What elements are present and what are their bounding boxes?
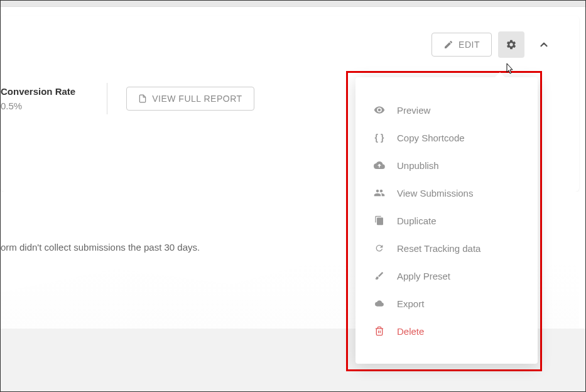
dropdown-item-unpublish[interactable]: Unpublish [355, 151, 538, 179]
card-toolbar: EDIT [1, 16, 579, 70]
conversion-rate-value: 0.5% [1, 101, 75, 111]
chevron-up-icon [538, 39, 550, 50]
dropdown-item-export[interactable]: Export [355, 290, 538, 317]
window-top-strip [1, 1, 585, 7]
dropdown-item-apply-preset[interactable]: Apply Preset [355, 262, 538, 290]
people-icon [373, 187, 386, 199]
gear-icon [506, 39, 517, 50]
dropdown-label: View Submissions [397, 188, 473, 199]
dropdown-label: Preview [397, 105, 430, 116]
export-cloud-icon [373, 297, 386, 310]
dropdown-item-delete[interactable]: Delete [355, 317, 538, 345]
settings-dropdown: Preview { } Copy Shortcode Unpublish Vie… [355, 77, 538, 364]
pencil-icon [443, 40, 453, 50]
trash-icon [373, 325, 386, 337]
brush-icon [373, 270, 386, 282]
braces-icon: { } [373, 131, 386, 144]
conversion-rate-stat: Conversion Rate 0.5% [1, 86, 88, 111]
dropdown-label: Unpublish [397, 160, 439, 171]
edit-button[interactable]: EDIT [431, 33, 492, 57]
view-report-label: VIEW FULL REPORT [152, 94, 242, 104]
collapse-button[interactable] [531, 31, 557, 58]
dropdown-label: Delete [397, 326, 424, 337]
dropdown-item-reset-tracking[interactable]: Reset Tracking data [355, 234, 538, 262]
dropdown-label: Reset Tracking data [397, 243, 480, 254]
dropdown-label: Apply Preset [397, 271, 450, 281]
document-icon [138, 94, 147, 104]
stat-divider [107, 83, 107, 114]
dropdown-item-preview[interactable]: Preview [355, 96, 538, 124]
conversion-rate-label: Conversion Rate [1, 86, 75, 97]
dropdown-item-duplicate[interactable]: Duplicate [355, 207, 538, 234]
copy-icon [373, 214, 386, 227]
eye-icon [373, 104, 386, 116]
edit-label: EDIT [458, 40, 480, 50]
refresh-icon [373, 242, 386, 254]
dropdown-item-copy-shortcode[interactable]: { } Copy Shortcode [355, 124, 538, 151]
settings-button[interactable] [498, 31, 524, 58]
dropdown-label: Duplicate [397, 215, 437, 226]
cloud-icon [373, 159, 386, 172]
dropdown-label: Export [397, 298, 424, 309]
dropdown-label: Copy Shortcode [397, 133, 465, 143]
view-full-report-button[interactable]: VIEW FULL REPORT [126, 87, 254, 111]
dropdown-item-view-submissions[interactable]: View Submissions [355, 179, 538, 207]
